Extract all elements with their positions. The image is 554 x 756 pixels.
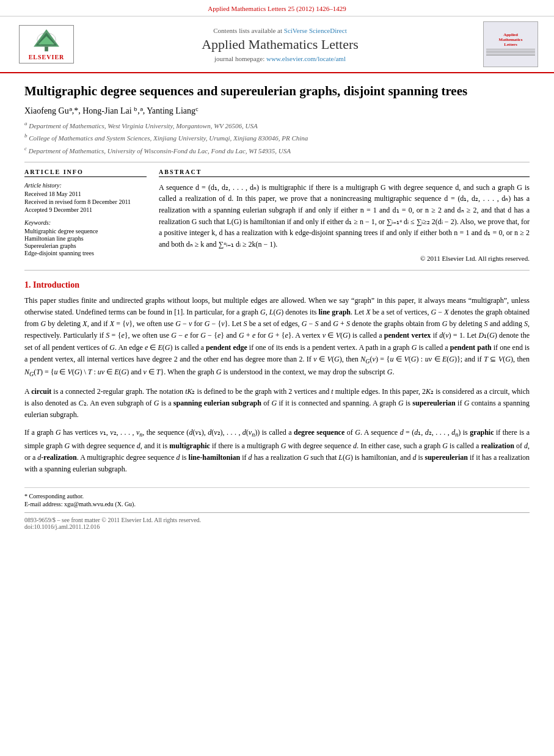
email-note: E-mail address: xgu@math.wvu.edu (X. Gu)…: [24, 501, 530, 507]
abstract-column: Abstract A sequence d = (d₁, d₂, . . . ,…: [159, 169, 530, 264]
thumb-line: [486, 55, 535, 56]
contents-available-line: Contents lists available at SciVerse Sci…: [213, 27, 346, 34]
abstract-label: Abstract: [159, 169, 202, 175]
separator-1: [24, 162, 530, 162]
intro-paragraph-2: A circuit is a connected 2-regular graph…: [24, 386, 530, 421]
thumb-line: [486, 51, 535, 51]
keyword-3: Supereulerian graphs: [24, 242, 147, 249]
affiliation-sup-b: b: [24, 133, 27, 139]
intro-paragraph-3: If a graph G has vertices v₁, v₂, . . . …: [24, 427, 530, 475]
keyword-2: Hamiltonian line graphs: [24, 235, 147, 242]
journal-header: Applied Mathematics Letters 25 (2012) 14…: [0, 0, 554, 16]
abstract-text: A sequence d = (d₁, d₂, . . . , dₙ) is m…: [159, 182, 530, 250]
thumb-line: [486, 49, 535, 49]
journal-title: Applied Mathematics Letters: [202, 37, 359, 53]
article-info-label: Article Info: [24, 169, 84, 175]
thumb-title: AppliedMathematicsLetters: [499, 32, 523, 47]
history-label: Article history:: [24, 182, 147, 189]
keywords-section: Keywords: Multigraphic degree sequence H…: [24, 219, 147, 256]
doi-line: doi:10.1016/j.aml.2011.12.016: [24, 523, 530, 530]
email-text: E-mail address: xgu@math.wvu.edu (X. Gu)…: [24, 501, 136, 507]
section-number: 1.: [24, 280, 31, 289]
keywords-label: Keywords:: [24, 219, 147, 226]
thumb-lines: [486, 48, 535, 57]
affiliation-text-b: College of Mathematics and System Scienc…: [29, 134, 308, 142]
abstract-section: A sequence d = (d₁, d₂, . . . , dₙ) is m…: [159, 182, 530, 264]
accepted-date: Accepted 9 December 2011: [24, 206, 147, 213]
affiliation-a: a Department of Mathematics, West Virgin…: [24, 120, 530, 131]
journal-thumbnail: AppliedMathematicsLetters: [483, 21, 538, 67]
keyword-4: Edge-disjoint spanning trees: [24, 250, 147, 256]
issn-line: 0893-9659/$ – see front matter © 2011 El…: [24, 517, 530, 523]
affiliation-sup-a: a: [24, 120, 27, 126]
separator-2: [24, 270, 530, 271]
affiliation-b: b College of Mathematics and System Scie…: [24, 132, 530, 143]
received-date: Received 18 May 2011: [24, 191, 147, 197]
homepage-link[interactable]: www.elsevier.com/locate/aml: [266, 55, 346, 62]
elsevier-banner: ELSEVIER Contents lists available at Sci…: [0, 16, 554, 73]
affiliations: a Department of Mathematics, West Virgin…: [24, 120, 530, 155]
main-content: Multigraphic degree sequences and supere…: [0, 73, 554, 542]
info-abstract-columns: Article Info Article history: Received 1…: [24, 169, 530, 264]
introduction-section: 1. Introduction This paper studies finit…: [24, 280, 530, 475]
affiliation-text-a: Department of Mathematics, West Virginia…: [29, 122, 257, 129]
footer-bar: 0893-9659/$ – see front matter © 2011 El…: [24, 512, 530, 530]
section-title: 1. Introduction: [24, 280, 530, 290]
elsevier-logo-box: ELSEVIER: [10, 25, 83, 64]
elsevier-tree-icon: [28, 28, 65, 53]
article-info-column: Article Info Article history: Received 1…: [24, 169, 147, 264]
thumb-line: [486, 52, 535, 53]
received-revised-date: Received in revised form 8 December 2011: [24, 198, 147, 205]
section-title-text: Introduction: [33, 280, 79, 289]
banner-center: Contents lists available at SciVerse Sci…: [83, 27, 477, 62]
copyright-line: © 2011 Elsevier Ltd. All rights reserved…: [159, 253, 530, 264]
authors-line: Xiaofeng Guᵃ,*, Hong-Jian Lai ᵇ,ᵃ, Yanti…: [24, 106, 530, 116]
sciverse-link[interactable]: SciVerse ScienceDirect: [284, 27, 347, 34]
article-info-header: Article Info: [24, 169, 147, 177]
abstract-header: Abstract: [159, 169, 530, 177]
elsevier-logo-inner: ELSEVIER: [19, 25, 74, 64]
keyword-1: Multigraphic degree sequence: [24, 228, 147, 234]
journal-citation-link[interactable]: Applied Mathematics Letters 25 (2012) 14…: [208, 5, 346, 12]
affiliation-text-c: Department of Mathematics, University of…: [29, 147, 291, 154]
banner-right: AppliedMathematicsLetters: [477, 21, 544, 67]
journal-homepage: journal homepage: www.elsevier.com/locat…: [214, 55, 346, 62]
footer-area: * Corresponding author. E-mail address: …: [24, 487, 530, 530]
paper-title: Multigraphic degree sequences and supere…: [24, 83, 530, 100]
thumb-line: [486, 54, 535, 54]
authors-text: Xiaofeng Guᵃ,*, Hong-Jian Lai ᵇ,ᵃ, Yanti…: [24, 106, 199, 115]
intro-paragraph-1: This paper studies finite and undirected…: [24, 295, 530, 380]
article-history: Article history: Received 18 May 2011 Re…: [24, 182, 147, 213]
elsevier-text-label: ELSEVIER: [29, 54, 65, 60]
affiliation-c: c Department of Mathematics, University …: [24, 145, 530, 156]
contents-text: Contents lists available at: [213, 27, 282, 34]
corresponding-author-note: * Corresponding author.: [24, 493, 530, 500]
affiliation-sup-c: c: [24, 145, 27, 151]
homepage-label: journal homepage:: [214, 55, 264, 62]
